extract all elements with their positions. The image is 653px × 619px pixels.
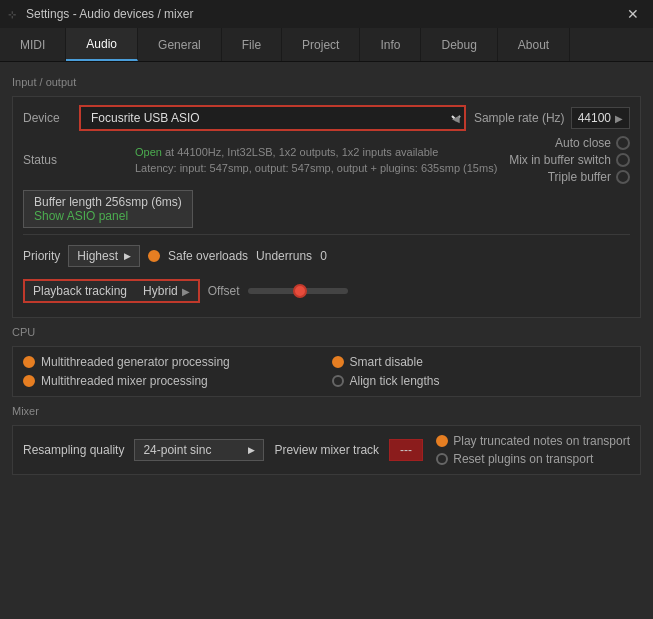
sample-rate-label: Sample rate (Hz) — [474, 111, 565, 125]
device-label: Device — [23, 111, 71, 125]
playback-row: Playback tracking Hybrid ▶ Offset — [23, 273, 630, 309]
reset-plugins-radio[interactable] — [436, 453, 448, 465]
reset-plugins-label: Reset plugins on transport — [453, 452, 593, 466]
status-text1: at 44100Hz, Int32LSB, 1x2 outputs, 1x2 i… — [165, 146, 438, 158]
playback-tracking-label: Playback tracking — [25, 281, 135, 301]
safe-overloads-radio[interactable] — [148, 250, 160, 262]
tab-midi[interactable]: MIDI — [0, 28, 66, 61]
underruns-label: Underruns — [256, 249, 312, 263]
tab-debug[interactable]: Debug — [421, 28, 497, 61]
io-section-box: Device Focusrite USB ASIO ◀ Sample rate … — [12, 96, 641, 318]
cpu-item-2-radio[interactable] — [23, 375, 35, 387]
offset-slider-thumb[interactable] — [293, 284, 307, 298]
preview-mixer-btn[interactable]: --- — [389, 439, 423, 461]
cpu-item-1-radio[interactable] — [332, 356, 344, 368]
tab-bar: MIDI Audio General File Project Info Deb… — [0, 28, 653, 62]
offset-slider-track[interactable] — [248, 288, 348, 294]
device-row: Device Focusrite USB ASIO ◀ Sample rate … — [23, 105, 630, 131]
cpu-item-3-radio[interactable] — [332, 375, 344, 387]
triple-buffer-label: Triple buffer — [548, 170, 611, 184]
auto-close-label: Auto close — [555, 136, 611, 150]
tab-general[interactable]: General — [138, 28, 222, 61]
right-options: Auto close Mix in buffer switch Triple b… — [509, 136, 630, 184]
play-truncated-label: Play truncated notes on transport — [453, 434, 630, 448]
playback-tracking-mode: Hybrid — [143, 284, 178, 298]
triple-buffer-toggle[interactable] — [616, 170, 630, 184]
cpu-item-0-label: Multithreaded generator processing — [41, 355, 230, 369]
underruns-value: 0 — [320, 249, 327, 263]
tab-project[interactable]: Project — [282, 28, 360, 61]
status-text2: Latency: input: 547smp, output: 547smp, … — [135, 160, 497, 177]
close-button[interactable]: ✕ — [621, 4, 645, 24]
resampling-dropdown[interactable]: 24-point sinc ▶ — [134, 439, 264, 461]
playback-tracking-box[interactable]: Playback tracking Hybrid ▶ — [23, 279, 200, 303]
window-title: Settings - Audio devices / mixer — [26, 7, 193, 21]
cpu-item-3-label: Align tick lengths — [350, 374, 440, 388]
title-bar: ⊹ Settings - Audio devices / mixer ✕ — [0, 0, 653, 28]
safe-overloads-label: Safe overloads — [168, 249, 248, 263]
tab-file[interactable]: File — [222, 28, 282, 61]
divider1 — [23, 234, 630, 235]
play-truncated-option: Play truncated notes on transport — [436, 434, 630, 448]
offset-label: Offset — [208, 284, 240, 298]
priority-label: Priority — [23, 249, 60, 263]
mixer-section-label: Mixer — [12, 405, 641, 417]
show-asio-panel-link[interactable]: Show ASIO panel — [34, 209, 182, 223]
status-label: Status — [23, 153, 71, 167]
resampling-label: Resampling quality — [23, 443, 124, 457]
content-area: Input / output Device Focusrite USB ASIO… — [0, 62, 653, 485]
status-row: Status Open at 44100Hz, Int32LSB, 1x2 ou… — [23, 136, 630, 184]
right-mixer-options: Play truncated notes on transport Reset … — [436, 434, 630, 466]
playback-arrow-icon: ▶ — [182, 286, 190, 297]
cpu-item-0: Multithreaded generator processing — [23, 355, 322, 369]
triple-buffer-option: Triple buffer — [548, 170, 630, 184]
buffer-length: Buffer length 256smp (6ms) — [34, 195, 182, 209]
buffer-btn[interactable]: Buffer length 256smp (6ms) Show ASIO pan… — [23, 190, 193, 228]
auto-close-toggle[interactable] — [616, 136, 630, 150]
resampling-value: 24-point sinc — [143, 443, 211, 457]
sample-rate-area: Sample rate (Hz) 44100 ▶ — [474, 107, 630, 129]
tab-info[interactable]: Info — [360, 28, 421, 61]
device-select-wrapper[interactable]: Focusrite USB ASIO ◀ — [79, 105, 466, 131]
priority-dropdown[interactable]: Highest ▶ — [68, 245, 140, 267]
auto-close-option: Auto close — [555, 136, 630, 150]
priority-arrow-icon: ▶ — [124, 251, 131, 261]
tab-about[interactable]: About — [498, 28, 570, 61]
cpu-item-3: Align tick lengths — [332, 374, 631, 388]
cpu-section-box: Multithreaded generator processing Smart… — [12, 346, 641, 397]
sample-rate-arrow-icon[interactable]: ▶ — [615, 113, 623, 124]
buffer-section: Buffer length 256smp (6ms) Show ASIO pan… — [23, 190, 630, 228]
cpu-item-2-label: Multithreaded mixer processing — [41, 374, 208, 388]
device-select[interactable]: Focusrite USB ASIO — [81, 107, 464, 129]
status-info: Open at 44100Hz, Int32LSB, 1x2 outputs, … — [135, 144, 497, 177]
offset-row: Offset — [208, 284, 348, 298]
playback-tracking-value[interactable]: Hybrid ▶ — [135, 281, 198, 301]
status-open: Open — [135, 146, 162, 158]
reset-plugins-option: Reset plugins on transport — [436, 452, 630, 466]
sample-rate-value[interactable]: 44100 ▶ — [571, 107, 630, 129]
sample-rate-number: 44100 — [578, 111, 611, 125]
resampling-arrow-icon: ▶ — [248, 445, 255, 455]
move-icon: ⊹ — [8, 9, 16, 20]
cpu-item-2: Multithreaded mixer processing — [23, 374, 322, 388]
play-truncated-radio[interactable] — [436, 435, 448, 447]
mixer-row: Resampling quality 24-point sinc ▶ Previ… — [23, 434, 630, 466]
mix-in-buffer-option: Mix in buffer switch — [509, 153, 630, 167]
cpu-section-label: CPU — [12, 326, 641, 338]
preview-label: Preview mixer track — [274, 443, 379, 457]
cpu-options-grid: Multithreaded generator processing Smart… — [23, 355, 630, 388]
cpu-item-0-radio[interactable] — [23, 356, 35, 368]
io-section-label: Input / output — [12, 76, 641, 88]
cpu-item-1-label: Smart disable — [350, 355, 423, 369]
mix-in-buffer-toggle[interactable] — [616, 153, 630, 167]
priority-value: Highest — [77, 249, 118, 263]
mix-in-buffer-label: Mix in buffer switch — [509, 153, 611, 167]
mixer-section-box: Resampling quality 24-point sinc ▶ Previ… — [12, 425, 641, 475]
tab-audio[interactable]: Audio — [66, 28, 138, 61]
cpu-item-1: Smart disable — [332, 355, 631, 369]
priority-row: Priority Highest ▶ Safe overloads Underr… — [23, 239, 630, 273]
